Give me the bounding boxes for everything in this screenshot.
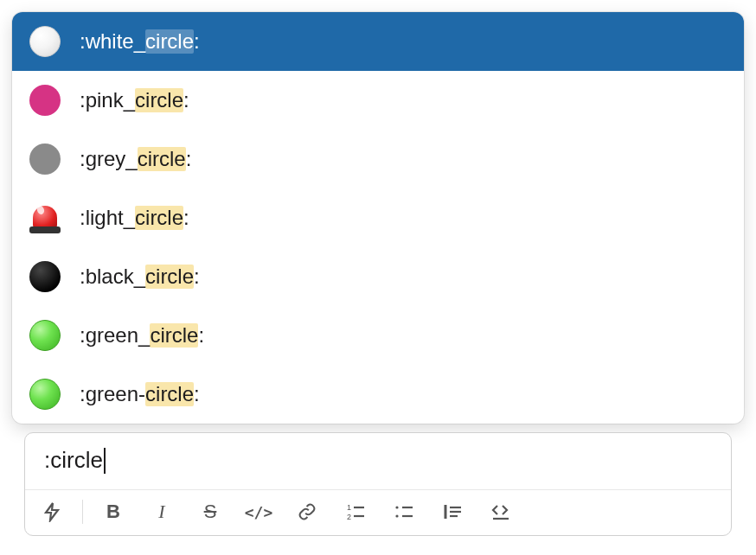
emoji-result-label: :black_circle: <box>80 265 200 289</box>
link-icon <box>298 502 317 521</box>
code-block-icon <box>490 501 511 522</box>
italic-button[interactable]: I <box>149 499 175 525</box>
grey-circle-icon <box>28 142 62 176</box>
emoji-result-green-circle-alt[interactable]: :green-circle: <box>12 365 744 424</box>
strikethrough-button[interactable]: S <box>197 499 223 525</box>
composer-input-row[interactable]: :circle <box>25 433 731 489</box>
emoji-result-label: :pink_circle: <box>80 88 189 112</box>
green-circle-icon <box>28 318 62 353</box>
code-button[interactable]: </> <box>246 499 272 525</box>
blockquote-icon <box>442 501 463 522</box>
bullet-list-icon <box>394 501 414 522</box>
text-cursor <box>104 448 106 474</box>
emoji-result-pink-circle[interactable]: :pink_circle: <box>12 71 744 130</box>
lightning-icon <box>42 501 62 522</box>
ordered-list-button[interactable]: 1 2 <box>343 499 368 525</box>
composer-toolbar: B I S </> 1 2 <box>25 489 731 535</box>
svg-text:1: 1 <box>347 503 351 512</box>
svg-text:2: 2 <box>347 513 351 521</box>
emoji-result-black-circle[interactable]: :black_circle: <box>12 247 744 306</box>
emoji-autocomplete-popup: :white_circle: :pink_circle: :grey_circl… <box>12 12 744 424</box>
pink-circle-icon <box>28 83 62 118</box>
ordered-list-icon: 1 2 <box>345 501 366 522</box>
emoji-result-grey-circle[interactable]: :grey_circle: <box>12 130 744 188</box>
composer-text: :circle <box>44 447 103 474</box>
emoji-result-green-circle[interactable]: :green_circle: <box>12 306 744 365</box>
emoji-result-light-circle[interactable]: :light_circle: <box>12 188 744 247</box>
link-button[interactable] <box>294 499 320 525</box>
message-composer: :circle B I S </> 1 2 <box>24 432 732 536</box>
toolbar-divider <box>82 500 83 524</box>
emoji-result-label: :grey_circle: <box>80 147 191 171</box>
green-circle-icon <box>28 377 62 411</box>
emoji-result-label: :green_circle: <box>80 323 204 348</box>
bold-button[interactable]: B <box>100 499 126 525</box>
emoji-result-label: :white_circle: <box>80 29 200 54</box>
emoji-result-white-circle[interactable]: :white_circle: <box>12 12 744 71</box>
code-block-button[interactable] <box>488 499 514 525</box>
bullet-list-button[interactable] <box>391 499 417 525</box>
rotating-light-icon <box>28 201 62 235</box>
black-circle-icon <box>28 259 62 294</box>
emoji-result-label: :green-circle: <box>80 382 200 406</box>
white-circle-icon <box>28 24 62 59</box>
blockquote-button[interactable] <box>439 499 465 525</box>
emoji-result-label: :light_circle: <box>80 206 189 230</box>
svg-point-5 <box>395 514 398 517</box>
shortcuts-button[interactable] <box>39 499 65 525</box>
svg-point-4 <box>395 506 398 508</box>
